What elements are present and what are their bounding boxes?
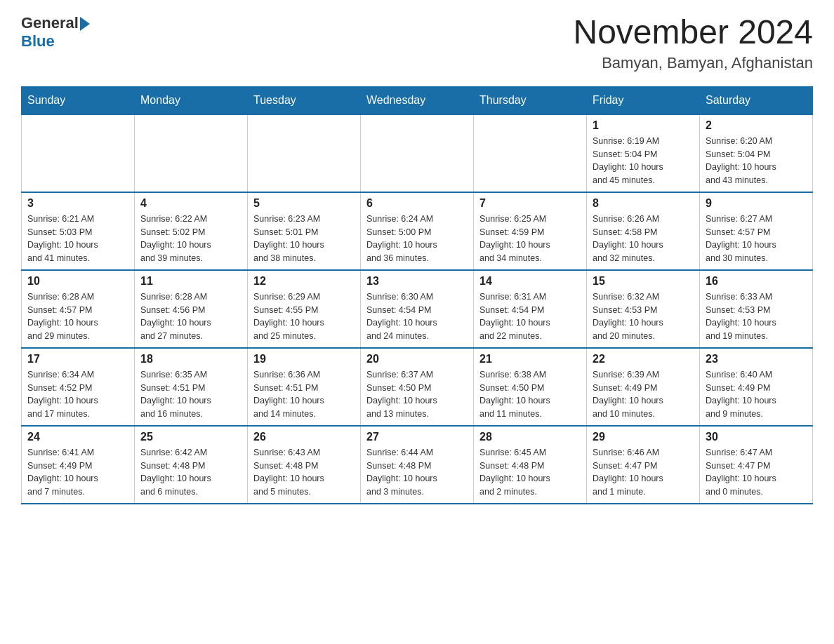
day-info: Sunrise: 6:28 AM Sunset: 4:56 PM Dayligh… <box>140 290 241 343</box>
day-number: 2 <box>706 119 807 132</box>
calendar-cell: 16Sunrise: 6:33 AM Sunset: 4:53 PM Dayli… <box>700 270 813 348</box>
calendar-cell: 4Sunrise: 6:22 AM Sunset: 5:02 PM Daylig… <box>135 192 248 270</box>
day-info: Sunrise: 6:36 AM Sunset: 4:51 PM Dayligh… <box>253 368 355 421</box>
logo-arrow-icon <box>80 17 90 31</box>
calendar-cell: 23Sunrise: 6:40 AM Sunset: 4:49 PM Dayli… <box>700 348 813 426</box>
day-info: Sunrise: 6:32 AM Sunset: 4:53 PM Dayligh… <box>593 290 694 343</box>
calendar-cell: 25Sunrise: 6:42 AM Sunset: 4:48 PM Dayli… <box>135 426 248 504</box>
calendar-cell: 14Sunrise: 6:31 AM Sunset: 4:54 PM Dayli… <box>474 270 587 348</box>
calendar-cell: 2Sunrise: 6:20 AM Sunset: 5:04 PM Daylig… <box>700 114 813 192</box>
day-info: Sunrise: 6:24 AM Sunset: 5:00 PM Dayligh… <box>366 213 468 265</box>
day-info: Sunrise: 6:35 AM Sunset: 4:51 PM Dayligh… <box>140 368 241 421</box>
calendar-week-row: 3Sunrise: 6:21 AM Sunset: 5:03 PM Daylig… <box>22 192 813 270</box>
day-info: Sunrise: 6:46 AM Sunset: 4:47 PM Dayligh… <box>593 446 694 499</box>
day-info: Sunrise: 6:19 AM Sunset: 5:04 PM Dayligh… <box>593 135 694 187</box>
calendar-cell: 17Sunrise: 6:34 AM Sunset: 4:52 PM Dayli… <box>22 348 135 426</box>
day-number: 1 <box>593 119 694 132</box>
calendar-cell: 22Sunrise: 6:39 AM Sunset: 4:49 PM Dayli… <box>587 348 700 426</box>
day-number: 14 <box>479 275 581 288</box>
day-info: Sunrise: 6:28 AM Sunset: 4:57 PM Dayligh… <box>27 290 128 343</box>
calendar-cell: 19Sunrise: 6:36 AM Sunset: 4:51 PM Dayli… <box>248 348 361 426</box>
day-info: Sunrise: 6:22 AM Sunset: 5:02 PM Dayligh… <box>140 213 241 265</box>
calendar-cell: 9Sunrise: 6:27 AM Sunset: 4:57 PM Daylig… <box>700 192 813 270</box>
day-info: Sunrise: 6:45 AM Sunset: 4:48 PM Dayligh… <box>479 446 581 499</box>
day-number: 4 <box>140 197 241 210</box>
day-number: 21 <box>479 353 581 365</box>
calendar-cell: 30Sunrise: 6:47 AM Sunset: 4:47 PM Dayli… <box>700 426 813 504</box>
day-number: 19 <box>253 353 355 365</box>
weekday-header-tuesday: Tuesday <box>248 86 361 114</box>
day-info: Sunrise: 6:44 AM Sunset: 4:48 PM Dayligh… <box>366 446 468 499</box>
calendar-cell: 26Sunrise: 6:43 AM Sunset: 4:48 PM Dayli… <box>248 426 361 504</box>
day-info: Sunrise: 6:21 AM Sunset: 5:03 PM Dayligh… <box>27 213 128 265</box>
day-info: Sunrise: 6:34 AM Sunset: 4:52 PM Dayligh… <box>27 368 128 421</box>
weekday-header-saturday: Saturday <box>700 86 813 114</box>
day-info: Sunrise: 6:47 AM Sunset: 4:47 PM Dayligh… <box>706 446 807 499</box>
month-title: November 2024 <box>573 14 813 51</box>
day-number: 16 <box>706 275 807 288</box>
logo-general-text: General <box>21 14 79 32</box>
calendar-cell: 1Sunrise: 6:19 AM Sunset: 5:04 PM Daylig… <box>587 114 700 192</box>
calendar-cell <box>248 114 361 192</box>
day-number: 20 <box>366 353 468 365</box>
day-number: 3 <box>27 197 128 210</box>
calendar-cell: 24Sunrise: 6:41 AM Sunset: 4:49 PM Dayli… <box>22 426 135 504</box>
calendar-cell: 8Sunrise: 6:26 AM Sunset: 4:58 PM Daylig… <box>587 192 700 270</box>
day-number: 6 <box>366 197 468 210</box>
weekday-header-friday: Friday <box>587 86 700 114</box>
calendar-cell: 10Sunrise: 6:28 AM Sunset: 4:57 PM Dayli… <box>22 270 135 348</box>
day-number: 30 <box>706 431 807 443</box>
day-info: Sunrise: 6:38 AM Sunset: 4:50 PM Dayligh… <box>479 368 581 421</box>
calendar-header-row: SundayMondayTuesdayWednesdayThursdayFrid… <box>22 86 813 114</box>
calendar-table: SundayMondayTuesdayWednesdayThursdayFrid… <box>21 86 813 504</box>
calendar-cell: 5Sunrise: 6:23 AM Sunset: 5:01 PM Daylig… <box>248 192 361 270</box>
day-number: 28 <box>479 431 581 443</box>
day-number: 24 <box>27 431 128 443</box>
day-info: Sunrise: 6:42 AM Sunset: 4:48 PM Dayligh… <box>140 446 241 499</box>
calendar-cell: 28Sunrise: 6:45 AM Sunset: 4:48 PM Dayli… <box>474 426 587 504</box>
day-number: 11 <box>140 275 241 288</box>
day-number: 15 <box>593 275 694 288</box>
calendar-cell <box>361 114 474 192</box>
day-number: 10 <box>27 275 128 288</box>
weekday-header-thursday: Thursday <box>474 86 587 114</box>
calendar-cell: 3Sunrise: 6:21 AM Sunset: 5:03 PM Daylig… <box>22 192 135 270</box>
title-section: November 2024 Bamyan, Bamyan, Afghanista… <box>573 14 813 72</box>
logo-blue-text: Blue <box>21 32 55 51</box>
calendar-week-row: 1Sunrise: 6:19 AM Sunset: 5:04 PM Daylig… <box>22 114 813 192</box>
day-number: 26 <box>253 431 355 443</box>
calendar-cell: 27Sunrise: 6:44 AM Sunset: 4:48 PM Dayli… <box>361 426 474 504</box>
calendar-week-row: 10Sunrise: 6:28 AM Sunset: 4:57 PM Dayli… <box>22 270 813 348</box>
day-number: 13 <box>366 275 468 288</box>
day-info: Sunrise: 6:29 AM Sunset: 4:55 PM Dayligh… <box>253 290 355 343</box>
day-number: 22 <box>593 353 694 365</box>
day-info: Sunrise: 6:26 AM Sunset: 4:58 PM Dayligh… <box>593 213 694 265</box>
day-info: Sunrise: 6:43 AM Sunset: 4:48 PM Dayligh… <box>253 446 355 499</box>
day-number: 23 <box>706 353 807 365</box>
calendar-cell: 21Sunrise: 6:38 AM Sunset: 4:50 PM Dayli… <box>474 348 587 426</box>
calendar-cell: 15Sunrise: 6:32 AM Sunset: 4:53 PM Dayli… <box>587 270 700 348</box>
day-number: 27 <box>366 431 468 443</box>
day-number: 5 <box>253 197 355 210</box>
day-info: Sunrise: 6:30 AM Sunset: 4:54 PM Dayligh… <box>366 290 468 343</box>
day-info: Sunrise: 6:39 AM Sunset: 4:49 PM Dayligh… <box>593 368 694 421</box>
calendar-cell <box>135 114 248 192</box>
day-info: Sunrise: 6:20 AM Sunset: 5:04 PM Dayligh… <box>706 135 807 187</box>
day-info: Sunrise: 6:23 AM Sunset: 5:01 PM Dayligh… <box>253 213 355 265</box>
calendar-cell: 12Sunrise: 6:29 AM Sunset: 4:55 PM Dayli… <box>248 270 361 348</box>
calendar-cell <box>22 114 135 192</box>
logo: General Blue <box>21 14 90 51</box>
weekday-header-sunday: Sunday <box>22 86 135 114</box>
day-number: 18 <box>140 353 241 365</box>
calendar-cell: 6Sunrise: 6:24 AM Sunset: 5:00 PM Daylig… <box>361 192 474 270</box>
day-number: 17 <box>27 353 128 365</box>
calendar-cell: 11Sunrise: 6:28 AM Sunset: 4:56 PM Dayli… <box>135 270 248 348</box>
location-title: Bamyan, Bamyan, Afghanistan <box>573 54 813 72</box>
day-number: 7 <box>479 197 581 210</box>
calendar-week-row: 17Sunrise: 6:34 AM Sunset: 4:52 PM Dayli… <box>22 348 813 426</box>
day-info: Sunrise: 6:41 AM Sunset: 4:49 PM Dayligh… <box>27 446 128 499</box>
calendar-week-row: 24Sunrise: 6:41 AM Sunset: 4:49 PM Dayli… <box>22 426 813 504</box>
calendar-cell: 20Sunrise: 6:37 AM Sunset: 4:50 PM Dayli… <box>361 348 474 426</box>
day-info: Sunrise: 6:27 AM Sunset: 4:57 PM Dayligh… <box>706 213 807 265</box>
day-info: Sunrise: 6:37 AM Sunset: 4:50 PM Dayligh… <box>366 368 468 421</box>
